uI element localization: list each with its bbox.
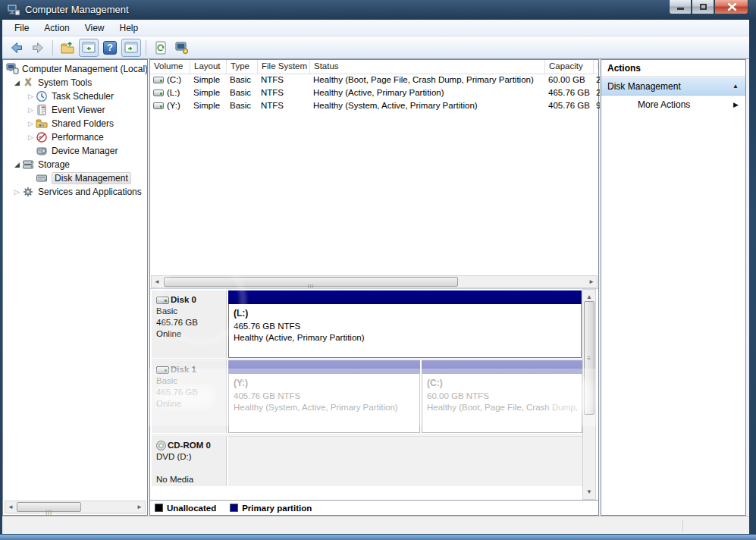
- thumb-grip: |||: [45, 508, 52, 515]
- help-icon: ?: [103, 41, 117, 55]
- disk-row-separator: [152, 435, 582, 435]
- tree-item-label: Storage: [38, 159, 70, 170]
- collapse-group-icon[interactable]: ▲: [732, 83, 739, 89]
- show-action-pane-toggle[interactable]: [121, 39, 141, 57]
- column-header-status[interactable]: Status: [310, 60, 545, 74]
- event-viewer-icon: [36, 104, 49, 116]
- expander-collapsed-icon[interactable]: ▷: [12, 188, 22, 196]
- help-button[interactable]: ?: [100, 39, 120, 57]
- tree-item-services-and-applications[interactable]: ▷ Services and Applications: [12, 185, 144, 199]
- expander-collapsed-icon[interactable]: ▷: [26, 120, 36, 127]
- window-title: Computer Management: [25, 4, 129, 15]
- expander-expanded-icon[interactable]: ◢: [12, 79, 22, 86]
- partition-status: Healthy (Active, Primary Partition): [234, 332, 579, 344]
- expander-collapsed-icon[interactable]: ▷: [26, 133, 36, 141]
- volume-row[interactable]: (L:) Simple Basic NTFS Healthy (Active, …: [150, 87, 598, 100]
- scrollbar-thumb[interactable]: |||: [17, 502, 81, 512]
- tree-item-label: Shared Folders: [52, 118, 114, 129]
- close-icon: [715, 0, 749, 14]
- partition-size: 60.00 GB NTFS: [427, 391, 580, 402]
- task-scheduler-icon: [36, 90, 49, 102]
- column-header-capacity[interactable]: Capacity: [545, 60, 594, 74]
- tree-item-task-scheduler[interactable]: ▷ Task Scheduler: [26, 89, 116, 103]
- export-list-button[interactable]: [58, 39, 77, 57]
- back-icon: [9, 40, 24, 55]
- list-horizontal-scrollbar[interactable]: ◄ ||| ►: [151, 275, 598, 288]
- scroll-right-icon[interactable]: ►: [588, 276, 594, 287]
- menu-help[interactable]: Help: [112, 20, 146, 36]
- forward-button[interactable]: [28, 39, 48, 57]
- close-button[interactable]: [714, 0, 748, 14]
- volume-row[interactable]: (C:) Simple Basic NTFS Healthy (Boot, Pa…: [150, 74, 598, 87]
- legend-label: Primary partition: [242, 504, 312, 513]
- partition-L[interactable]: (L:) 465.76 GB NTFS Healthy (Active, Pri…: [228, 290, 582, 358]
- tree-item-computer-management[interactable]: Computer Management (Local): [6, 62, 148, 76]
- cell-type: Basic: [230, 101, 258, 110]
- partition-name: (L:): [234, 308, 579, 319]
- tree-item-event-viewer[interactable]: ▷ Event Viewer: [26, 103, 107, 117]
- column-header-layout[interactable]: Layout: [190, 60, 227, 74]
- column-header-type[interactable]: Type: [227, 60, 258, 74]
- column-header-free-space[interactable]: F: [594, 60, 598, 74]
- scroll-down-icon[interactable]: ▼: [583, 486, 595, 498]
- disk0-label-box[interactable]: Disk 0 Basic 465.76 GB Online: [152, 290, 227, 358]
- scroll-left-icon[interactable]: ◄: [154, 276, 160, 287]
- tree-item-label: Task Scheduler: [52, 91, 114, 102]
- more-actions-item[interactable]: More Actions ▶: [601, 96, 745, 114]
- column-header-volume[interactable]: Volume: [150, 60, 190, 74]
- refresh-button[interactable]: [151, 39, 171, 57]
- menu-view[interactable]: View: [77, 20, 112, 36]
- cdrom0-label-box[interactable]: CD-ROM 0 DVD (D:) No Media: [152, 436, 227, 486]
- expander-collapsed-icon[interactable]: ▷: [26, 106, 36, 114]
- partition-size: 465.76 GB NTFS: [234, 321, 579, 332]
- tree-item-shared-folders[interactable]: ▷ Shared Folders: [26, 117, 116, 130]
- scrollbar-thumb[interactable]: ≡: [584, 301, 594, 415]
- tree-item-device-manager[interactable]: Device Manager: [26, 144, 120, 158]
- tree-item-disk-management[interactable]: Disk Management: [26, 171, 131, 185]
- show-console-tree-toggle[interactable]: [79, 39, 99, 57]
- disk-state: Online: [156, 328, 226, 340]
- tree-item-label: System Tools: [38, 77, 92, 88]
- tree-horizontal-scrollbar[interactable]: ◄ ||| ►: [5, 501, 146, 513]
- actions-pane: Actions Disk Management ▲ More Actions ▶: [601, 59, 746, 516]
- maximize-button[interactable]: [692, 0, 714, 14]
- volume-drive-icon: [153, 102, 164, 109]
- disk-management-tool-button[interactable]: [172, 39, 192, 57]
- disk-row-disk1[interactable]: Disk 1 Basic 465.76 GB Online (Y:) 405.7…: [150, 360, 582, 433]
- back-button[interactable]: [7, 39, 27, 57]
- scrollbar-thumb[interactable]: |||: [164, 277, 458, 287]
- disk-row-disk0[interactable]: Disk 0 Basic 465.76 GB Online (L:) 465.7…: [150, 290, 582, 358]
- tree-item-performance[interactable]: ▷ Performance: [26, 130, 106, 144]
- scroll-left-icon[interactable]: ◄: [8, 501, 14, 513]
- hard-disk-icon: [156, 366, 169, 374]
- expander-expanded-icon[interactable]: ◢: [12, 161, 22, 168]
- actions-group-disk-management[interactable]: Disk Management ▲: [601, 77, 745, 96]
- expander-collapsed-icon[interactable]: ▷: [26, 93, 36, 100]
- menu-action[interactable]: Action: [36, 20, 77, 36]
- minimize-button[interactable]: [669, 0, 692, 14]
- legend-item-unallocated: Unallocated: [155, 504, 216, 513]
- shared-folders-icon: [36, 118, 49, 130]
- thumb-grip: ≡: [587, 355, 591, 362]
- disk1-label-box[interactable]: Disk 1 Basic 465.76 GB Online: [152, 360, 227, 433]
- forward-icon: [30, 40, 45, 55]
- cell-volume: (Y:): [167, 101, 190, 110]
- status-bar-separator: [682, 520, 683, 532]
- disk-name: CD-ROM 0: [168, 440, 211, 451]
- partition-Y[interactable]: (Y:) 405.76 GB NTFS Healthy (System, Act…: [228, 360, 420, 433]
- hard-disk-icon: [156, 297, 169, 304]
- window-bottom-frame: [0, 534, 756, 540]
- disk-row-cdrom0[interactable]: CD-ROM 0 DVD (D:) No Media: [150, 436, 582, 486]
- scroll-right-icon[interactable]: ►: [136, 501, 143, 513]
- cell-volume: (L:): [167, 88, 190, 97]
- menu-file[interactable]: File: [7, 20, 36, 36]
- tree-item-system-tools[interactable]: ◢ System Tools: [12, 76, 94, 89]
- volume-table-header: Volume Layout Type File System Status Ca…: [150, 60, 598, 74]
- tree-item-storage[interactable]: ◢ Storage: [12, 158, 72, 171]
- volume-row[interactable]: (Y:) Simple Basic NTFS Healthy (System, …: [150, 100, 598, 113]
- partition-C[interactable]: (C:) 60.00 GB NTFS Healthy (Boot, Page F…: [422, 360, 582, 433]
- window-controls: [669, 0, 748, 14]
- cdrom-empty-area: [228, 436, 582, 486]
- column-header-file-system[interactable]: File System: [258, 60, 310, 74]
- disk-view-vertical-scrollbar[interactable]: ▲ ≡ ▼: [582, 289, 596, 500]
